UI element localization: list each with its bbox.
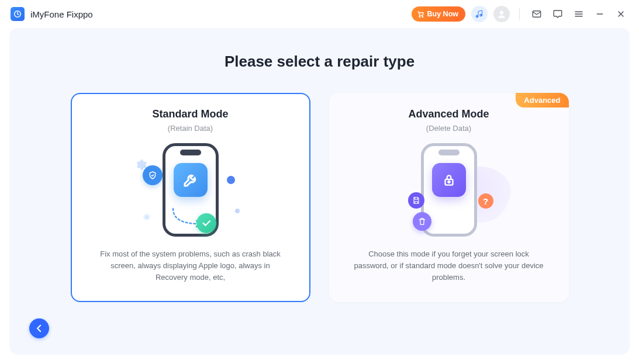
standard-mode-subtitle: (Retain Data)	[168, 124, 213, 133]
avatar-icon	[496, 9, 507, 19]
minimize-button[interactable]	[592, 6, 607, 22]
svg-point-1	[419, 16, 420, 18]
app-logo	[11, 7, 25, 21]
mode-cards: Standard Mode (Retain Data)	[9, 93, 630, 302]
comment-icon	[552, 9, 563, 19]
mail-button[interactable]	[529, 6, 544, 22]
save-icon	[408, 192, 424, 209]
account-button[interactable]	[493, 6, 510, 22]
app-window: iMyFone Fixppo Buy Now	[0, 0, 639, 364]
cart-icon	[417, 11, 424, 18]
feedback-button[interactable]	[550, 6, 565, 22]
standard-mode-title: Standard Mode	[152, 108, 228, 120]
buy-now-label: Buy Now	[427, 10, 458, 18]
titlebar: iMyFone Fixppo Buy Now	[0, 0, 639, 28]
app-title: iMyFone Fixppo	[30, 9, 93, 19]
buy-now-button[interactable]: Buy Now	[412, 6, 465, 22]
question-icon: ?	[478, 193, 493, 209]
fixppo-logo-icon	[13, 10, 22, 18]
advanced-mode-title: Advanced Mode	[408, 108, 489, 120]
music-button[interactable]	[471, 6, 488, 22]
advanced-mode-subtitle: (Delete Data)	[426, 124, 471, 133]
music-note-icon	[475, 9, 484, 19]
svg-point-9	[448, 181, 450, 183]
back-button[interactable]	[29, 318, 49, 338]
advanced-badge: Advanced	[516, 93, 568, 108]
advanced-mode-description: Choose this mode if you forget your scre…	[353, 248, 545, 283]
standard-mode-card[interactable]: Standard Mode (Retain Data)	[71, 93, 310, 302]
mail-icon	[531, 9, 542, 19]
standard-mode-illustration	[132, 141, 249, 239]
svg-point-2	[422, 16, 423, 18]
decor-dot	[235, 209, 240, 213]
shield-icon	[143, 165, 163, 185]
svg-point-3	[476, 16, 478, 18]
advanced-mode-illustration: ?	[391, 141, 507, 239]
wrench-icon	[174, 163, 208, 197]
standard-mode-description: Fix most of the system problems, such as…	[94, 248, 287, 283]
page-title: Please select a repair type	[224, 53, 415, 71]
svg-point-4	[481, 15, 482, 16]
decor-dot	[227, 176, 235, 184]
arrow-left-icon	[34, 323, 44, 334]
trash-icon	[413, 212, 431, 231]
advanced-mode-card[interactable]: Advanced Advanced Mode (Delete Data)	[329, 93, 569, 302]
menu-icon	[574, 9, 584, 19]
content-panel: Please select a repair type Standard Mod…	[9, 28, 630, 355]
close-icon	[616, 9, 626, 19]
titlebar-divider	[519, 8, 520, 20]
gear-icon	[141, 212, 152, 223]
check-icon	[196, 213, 216, 233]
svg-point-5	[500, 11, 503, 15]
minimize-icon	[595, 9, 605, 19]
lock-icon	[432, 163, 466, 197]
close-button[interactable]	[613, 6, 628, 22]
menu-button[interactable]	[571, 6, 586, 22]
